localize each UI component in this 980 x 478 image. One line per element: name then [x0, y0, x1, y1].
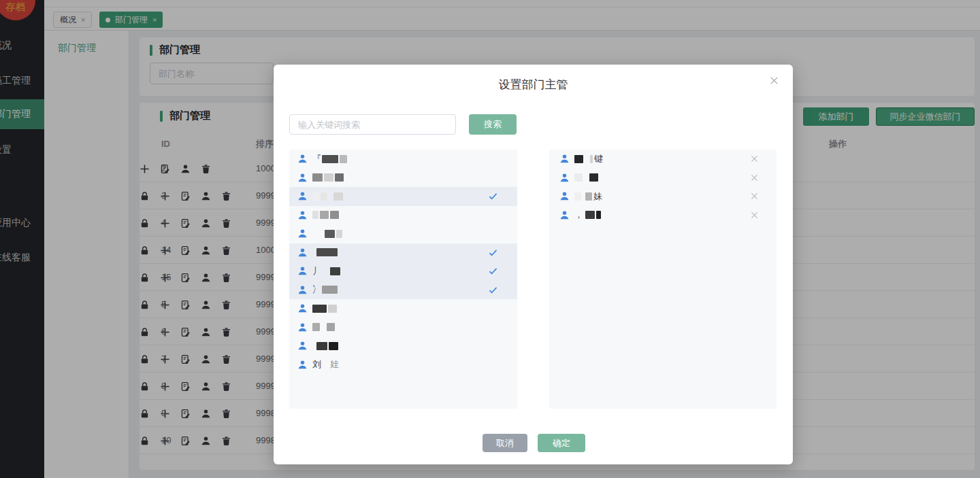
selected-member-row: ，	[549, 206, 777, 225]
candidate-row[interactable]	[289, 318, 517, 337]
candidate-row[interactable]: 『	[289, 150, 517, 169]
remove-icon[interactable]	[750, 154, 759, 163]
redaction-gap	[585, 158, 590, 159]
name-fragment: 丿	[312, 265, 321, 277]
check-icon	[488, 285, 498, 295]
person-icon	[297, 210, 308, 220]
person-icon	[297, 191, 308, 201]
redaction-block	[330, 211, 339, 219]
redaction-block	[585, 192, 592, 201]
member-name-redacted	[312, 248, 339, 256]
member-name-redacted	[312, 192, 344, 201]
selected-member-row: 键	[549, 150, 777, 169]
person-icon	[297, 285, 308, 295]
remove-icon[interactable]	[750, 173, 759, 182]
candidate-row[interactable]: 冫	[289, 281, 517, 300]
redaction-block	[316, 248, 338, 256]
candidate-row[interactable]: 丿	[289, 262, 517, 281]
name-fragment: 冫	[312, 284, 321, 296]
candidate-row[interactable]	[289, 299, 517, 318]
redaction-block	[574, 155, 583, 163]
member-name-redacted: 刘娃	[312, 358, 340, 371]
member-name-redacted: 妹	[574, 190, 603, 203]
redaction-gap	[322, 364, 330, 365]
candidate-row[interactable]	[289, 224, 517, 243]
redaction-block	[589, 173, 598, 182]
person-icon	[297, 228, 308, 239]
name-fragment: 刘	[312, 358, 321, 371]
redaction-block	[336, 230, 342, 238]
person-icon	[297, 322, 308, 332]
candidate-member-list: 『丿冫刘娃	[289, 150, 517, 409]
redaction-block	[325, 230, 335, 238]
redaction-block	[312, 173, 323, 182]
person-icon	[559, 191, 570, 201]
redaction-block	[312, 211, 318, 219]
member-name-redacted	[312, 342, 340, 350]
person-icon	[559, 173, 570, 183]
person-icon	[297, 173, 308, 183]
dialog-title: 设置部门主管	[274, 77, 793, 92]
search-button[interactable]: 搜索	[469, 114, 517, 135]
cancel-button[interactable]: 取消	[483, 434, 527, 452]
member-name-redacted: ，	[574, 209, 602, 221]
redaction-gap	[329, 196, 333, 197]
redaction-block	[335, 173, 344, 182]
member-name-redacted	[312, 305, 338, 313]
redaction-block	[322, 286, 338, 294]
redaction-block	[322, 155, 338, 163]
member-name-redacted: 『	[312, 153, 348, 165]
person-icon	[559, 154, 570, 164]
person-icon	[297, 341, 308, 351]
screen: 存档 概况员工管理部门管理设置应用中心在线客服 概况 × 部门管理 × 部门管理…	[0, 0, 980, 478]
redaction-block	[574, 192, 581, 201]
candidate-row[interactable]	[289, 206, 517, 225]
redaction-block	[316, 342, 327, 350]
name-fragment: 娃	[330, 358, 339, 371]
candidate-row[interactable]: 刘娃	[289, 356, 517, 375]
redaction-block	[312, 323, 320, 331]
member-name-redacted: 丿	[312, 265, 342, 277]
redaction-block	[340, 155, 347, 163]
redaction-block	[312, 192, 319, 201]
name-fragment: ，	[574, 209, 583, 221]
redaction-block	[330, 267, 340, 275]
member-name-redacted	[312, 173, 345, 182]
redaction-block	[596, 211, 601, 219]
member-name-redacted: 冫	[312, 284, 339, 296]
remove-icon[interactable]	[750, 211, 759, 220]
person-icon	[297, 266, 308, 276]
member-name-redacted	[312, 323, 336, 331]
redaction-gap	[321, 327, 327, 328]
member-name-redacted: 键	[574, 153, 604, 165]
candidate-row[interactable]	[289, 243, 517, 262]
check-icon	[488, 191, 498, 201]
keyword-search-input[interactable]	[289, 114, 456, 135]
person-icon	[297, 360, 308, 370]
check-icon	[488, 247, 498, 258]
member-name-redacted	[312, 230, 344, 238]
candidate-row[interactable]	[289, 187, 517, 206]
redaction-block	[328, 305, 337, 313]
set-department-manager-dialog: 设置部门主管 搜索 『丿冫刘娃 键妹， 取消 确定	[274, 65, 793, 464]
confirm-button[interactable]: 确定	[538, 434, 585, 452]
selected-member-row: 妹	[549, 187, 777, 206]
redaction-block	[329, 342, 338, 350]
close-icon[interactable]	[769, 75, 779, 86]
redaction-gap	[584, 177, 589, 178]
name-fragment: 『	[312, 153, 321, 165]
person-icon	[297, 303, 308, 313]
person-icon	[297, 247, 308, 258]
redaction-block	[312, 305, 327, 313]
candidate-row[interactable]	[289, 337, 517, 356]
member-name-redacted	[312, 211, 340, 219]
selected-member-list: 键妹，	[549, 150, 777, 409]
redaction-gap	[322, 271, 330, 271]
redaction-block	[333, 192, 343, 201]
redaction-block	[320, 211, 329, 219]
name-fragment: 妹	[593, 190, 602, 203]
candidate-row[interactable]	[289, 169, 517, 188]
name-fragment: 键	[594, 153, 603, 165]
redaction-block	[321, 192, 327, 201]
remove-icon[interactable]	[750, 192, 759, 201]
